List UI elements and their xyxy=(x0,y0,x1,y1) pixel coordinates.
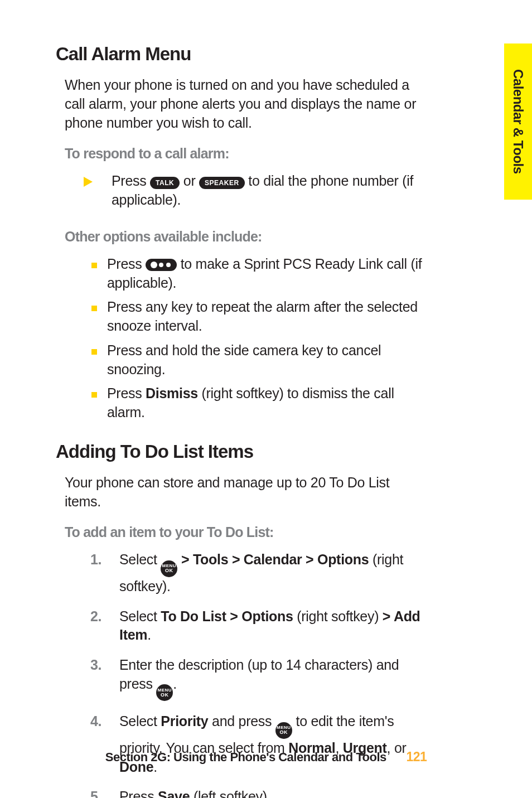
step-number: 2. xyxy=(90,607,101,626)
arrow-item-1: Press TALK or SPEAKER to dial the phone … xyxy=(80,172,424,210)
step-number: 5. xyxy=(90,787,101,798)
text: and press xyxy=(208,713,275,729)
text: Press xyxy=(119,789,158,798)
step-4: 4. Select Priority and press MENUOK to e… xyxy=(90,712,424,776)
step-3: 3. Enter the description (up to 14 chara… xyxy=(90,656,424,701)
bullet-item: Press Dismiss (right softkey) to dismiss… xyxy=(90,384,424,422)
text: (left softkey). xyxy=(190,789,270,798)
svg-point-1 xyxy=(159,263,163,267)
step-5: 5. Press Save (left softkey). xyxy=(90,787,424,798)
talk-button-icon: TALK xyxy=(150,177,180,189)
text: Press xyxy=(107,256,146,272)
text: . xyxy=(173,676,177,691)
svg-point-2 xyxy=(166,263,171,267)
subheading-other-options: Other options available include: xyxy=(65,229,424,245)
text: or xyxy=(180,173,199,188)
heading-call-alarm: Call Alarm Menu xyxy=(56,43,424,65)
bold: To Do List > Options xyxy=(161,608,293,624)
subheading-respond: To respond to a call alarm: xyxy=(65,146,424,162)
bold: Priority xyxy=(161,713,208,729)
svg-rect-0 xyxy=(151,262,157,268)
bold: Dismiss xyxy=(146,385,198,401)
bullet-item: Press any key to repeat the alarm after … xyxy=(90,298,424,336)
text: Select xyxy=(119,608,161,624)
page-number: 121 xyxy=(406,749,427,764)
side-tab: Calendar & Tools xyxy=(504,43,532,200)
menu-ok-button-icon: MENUOK xyxy=(156,684,173,701)
step-number: 4. xyxy=(90,712,101,731)
speaker-button-icon: SPEAKER xyxy=(199,177,245,189)
page-content: Call Alarm Menu When your phone is turne… xyxy=(0,0,480,798)
bold: Save xyxy=(158,789,190,798)
text: (right softkey) xyxy=(293,608,383,624)
menu-ok-button-icon: MENUOK xyxy=(275,722,292,739)
bullet-item: Press and hold the side camera key to ca… xyxy=(90,341,424,379)
subheading-add-item: To add an item to your To Do List: xyxy=(65,524,424,540)
intro-1: When your phone is turned on and you hav… xyxy=(65,76,424,132)
footer-text: Section 2G: Using the Phone's Calendar a… xyxy=(105,750,386,764)
ready-link-button-icon xyxy=(146,259,177,271)
text: Select xyxy=(119,552,161,567)
heading-todo: Adding To Do List Items xyxy=(56,441,424,462)
step-number: 1. xyxy=(90,550,101,569)
text: Press xyxy=(112,173,150,188)
side-tab-label: Calendar & Tools xyxy=(510,69,526,174)
page-footer: Section 2G: Using the Phone's Calendar a… xyxy=(0,749,532,765)
bullet-list: Press to make a Sprint PCS Ready Link ca… xyxy=(90,255,424,422)
arrow-list: Press TALK or SPEAKER to dial the phone … xyxy=(80,172,424,210)
bold: > Tools > Calendar > Options xyxy=(177,552,369,567)
bullet-item: Press to make a Sprint PCS Ready Link ca… xyxy=(90,255,424,293)
step-2: 2. Select To Do List > Options (right so… xyxy=(90,607,424,645)
step-1: 1. Select MENUOK > Tools > Calendar > Op… xyxy=(90,550,424,596)
text: Select xyxy=(119,713,161,729)
menu-ok-button-icon: MENUOK xyxy=(161,560,177,577)
text: . xyxy=(147,627,151,642)
step-number: 3. xyxy=(90,656,101,675)
text: Press xyxy=(107,385,146,401)
intro-2: Your phone can store and manage up to 20… xyxy=(65,473,424,511)
